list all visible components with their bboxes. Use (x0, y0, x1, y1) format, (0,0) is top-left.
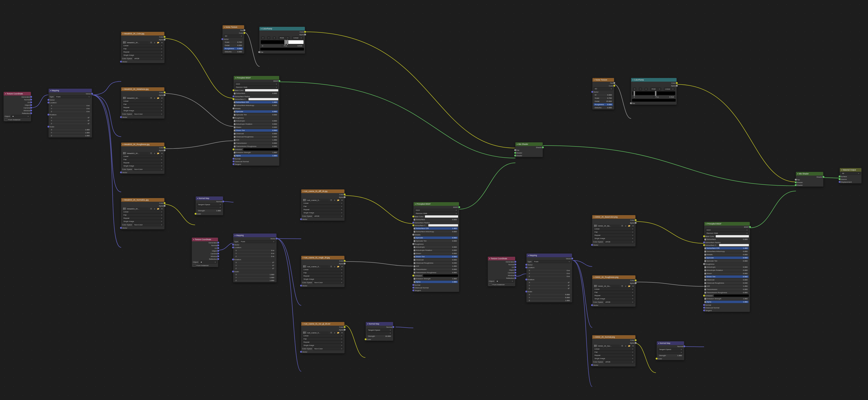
node-colorramp-2[interactable]: ▾ColorRamp Color Alpha + − ▾ RGB▾ Linear… (631, 78, 677, 105)
node-mapping-2[interactable]: ▾Mapping Vector Type:Point▾ Vector Locat… (233, 233, 277, 282)
node-normalmap-3[interactable]: ▾Normal Map Normal Tangent Space▾ ▾ Stre… (657, 341, 684, 360)
image-icon (123, 41, 126, 44)
node-title: Texture Coordinate (7, 93, 23, 95)
ramp-gradient[interactable] (632, 91, 675, 95)
node-principled-2[interactable]: ▾Principled BSDF BSDF GGX▾ Random Walk▾ … (413, 202, 459, 292)
node-texture-coordinate-1[interactable]: ▾Texture Coordinate Generated Normal UV … (3, 92, 31, 121)
node-mapping-3[interactable]: ▾Mapping Vector Type:Point▾ Vector Locat… (526, 253, 572, 303)
ramp-color[interactable] (260, 48, 304, 51)
node-mapping-1[interactable]: ▾Mapping Vector Type:Point▾ Vector Locat… (49, 89, 92, 137)
node-normalmap-1[interactable]: ▾Normal Map Normal Tangent Space▾ ▾ Stre… (195, 196, 223, 215)
node-texture-coordinate-3[interactable]: ▾Texture Coordinate Generated Normal UV … (488, 256, 516, 286)
node-image-dirt-base[interactable]: ▾Dirt02_2K_BaseColor.png Color Alpha Dir… (592, 215, 636, 246)
node-noise-2[interactable]: ▾Noise Texture Fac Color 4D▾ Vector W0.0… (592, 78, 614, 110)
type-select[interactable]: Point▾ (55, 95, 91, 98)
node-image-dirt-nor[interactable]: ▾Dirt02_2K_Normal.png Color Alpha Dirt02… (592, 335, 636, 367)
node-noise-1[interactable]: ▾Noise Texture Fac Color 3D▾ Vector Scal… (222, 25, 244, 54)
node-image-metal-roughness[interactable]: ▾Metal003_2K_Roughness.jpg Color Alpha M… (121, 142, 164, 174)
image-browser[interactable]: Metal003_2K...☰2📂✕ (122, 41, 163, 44)
from-instancer-check[interactable]: From Instancer (4, 118, 31, 121)
node-texture-coordinate-2[interactable]: ▾Texture Coordinate Generated Normal UV … (192, 238, 218, 267)
node-colorramp-1[interactable]: ▾ColorRamp Color Alpha + − ▾ RGB▾ Linear… (259, 27, 305, 54)
node-principled-3[interactable]: ▾Principled BSDF BSDF GGX▾ Random Walk▾ … (704, 222, 750, 312)
node-image-metal-metalness[interactable]: ▾Metal003_2K_Metalness.jpg Color Alpha M… (121, 87, 164, 119)
object-field[interactable]: Object: ■▾ (4, 115, 31, 118)
node-image-rust-diff[interactable]: ▾rust_coarse_01_diff_2k.jpg Color Alpha … (301, 189, 345, 221)
node-image-dirt-rough[interactable]: ▾Dirt02_2K_Roughness.png Color Alpha Dir… (592, 275, 636, 307)
node-image-metal-color[interactable]: ▾Metal003_2K_Color.jpg Color Alpha Metal… (121, 32, 164, 63)
node-image-rust-nor[interactable]: ▾rust_coarse_01_nor_gl_2k.exr Color Alph… (301, 322, 345, 353)
node-image-metal-normal[interactable]: ▾Metal003_2K_NormalGL.jpg Color Alpha Me… (121, 198, 164, 229)
node-image-rust-rough[interactable]: ▾rust_coarse_01_rough_2k.jpg Color Alpha… (301, 255, 345, 287)
node-principled-1[interactable]: ▾Principled BSDF BSDF GGX▾ Random Walk▾ … (234, 76, 279, 166)
node-material-output[interactable]: ▾Material Output All▾ Surface Volume Dis… (840, 168, 862, 184)
node-mix-shader-2[interactable]: ▾Mix Shader Shader Fac Shader Shader (796, 172, 824, 187)
ramp-gradient[interactable] (261, 40, 304, 44)
node-mix-shader-1[interactable]: ▾Mix Shader Shader Fac Shader Shader (515, 142, 543, 157)
node-header[interactable]: ▾Texture Coordinate (4, 92, 31, 95)
node-normalmap-2[interactable]: ▾Normal Map Normal Tangent Space▾ ▾ Stre… (366, 322, 393, 341)
